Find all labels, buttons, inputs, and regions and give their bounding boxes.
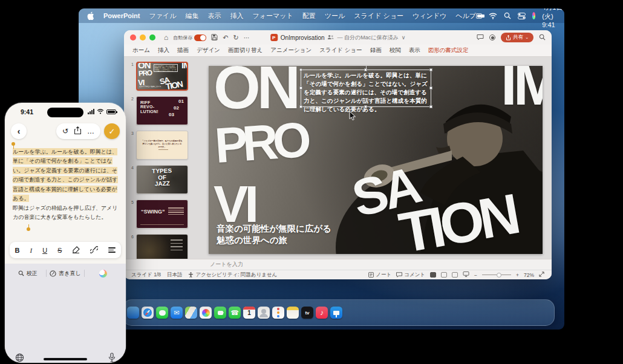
slide-thumbnail-4[interactable]: 4 TYPES OF JAZZ [126,165,203,194]
ribbon-tab[interactable]: ホーム [132,47,150,54]
selection-handle[interactable] [429,105,432,108]
slide-letter[interactable]: TION [396,192,518,254]
undo-button[interactable]: ↺ [62,127,68,135]
menu-item[interactable]: ヘルプ [455,11,476,21]
share-button[interactable]: 共有 ⌄ [501,33,533,42]
menu-item[interactable]: 編集 [186,11,199,21]
zoom-slider[interactable] [482,275,511,275]
save-status[interactable]: — 自分のMacに保存済み [338,34,399,42]
redo-button[interactable]: ↻ [233,34,238,42]
notes-toggle-button[interactable]: ノート [368,271,391,279]
thumbnail-1-preview[interactable]: ONIMPROVISATION ルールを学ぶ。ルールを破る。即興とは、単に「その… [136,62,188,91]
appletv-dock-icon[interactable]: tv [301,307,313,319]
ribbon-tab[interactable]: 画面切り替え [228,47,263,54]
slide-letter[interactable]: PRO [214,120,307,165]
fit-slide-button[interactable] [539,271,544,278]
menu-item[interactable]: ファイル [149,11,177,21]
share-icon[interactable] [74,126,81,136]
menu-app-name[interactable]: PowerPoint [103,12,140,19]
globe-key[interactable] [15,353,24,363]
reminders-dock-icon[interactable] [272,307,284,319]
ribbon-tab[interactable]: 録画 [370,47,382,54]
slide-caption[interactable]: 音楽の可能性が無限に広がる 魅惑の世界への旅 [217,223,331,247]
thumbnail-2-preview[interactable]: RIFF REVO- LUTION! 01 02 03 [136,96,188,125]
finder-dock-icon[interactable] [127,307,139,319]
slide-thumbnail-1[interactable]: 1 ONIMPROVISATION ルールを学ぶ。ルールを破る。即興とは、単に「… [126,62,203,91]
autosave-toggle[interactable]: 自動保存 [173,34,206,41]
menu-item[interactable]: フォーマット [253,11,293,21]
phone-document[interactable]: ルールを学ぶ。ルールを破る。即興とは、単に「その場で何かを創る」ことではない。ジ… [5,139,126,223]
selection-start-handle[interactable] [11,142,15,146]
dictation-mic-key[interactable] [108,353,116,363]
paragraph-text[interactable]: 即興はジャズの枠組みを押し広げ、アメリカの音楽に大きな変革をもたらした。 [13,204,118,223]
search-icon[interactable] [539,34,546,42]
selected-textbox[interactable]: ルールを学ぶ。ルールを破る。即興とは、単に「その場で何かを創る」ことではない。ジ… [301,70,431,107]
menu-item[interactable]: 表示 [208,11,221,21]
photos-dock-icon[interactable] [200,307,212,319]
language-indicator[interactable]: 日本語 [167,271,183,279]
zoom-level[interactable]: 72% [524,272,534,278]
menu-item[interactable]: 配置 [302,11,316,21]
document-title[interactable]: OnImprovisation [281,34,325,41]
ribbon-tab[interactable]: デザイン [197,47,220,54]
spotlight-search-icon[interactable] [504,12,511,19]
selection-end-handle[interactable] [27,227,30,231]
menu-item[interactable]: ツール [325,11,345,21]
zoom-slider-knob[interactable] [497,273,501,278]
thumbnail-5-preview[interactable]: “SWING” [136,200,188,229]
keynote-dock-icon[interactable] [330,307,342,319]
contacts-dock-icon[interactable] [258,307,270,319]
link-icon[interactable] [90,246,98,255]
zoom-in-button[interactable]: + [516,272,519,278]
thumbnail-6-preview[interactable] [136,234,188,259]
notes-dock-icon[interactable] [287,307,299,319]
comments-toggle-button[interactable]: コメント [396,271,425,279]
selection-handle[interactable] [299,86,302,89]
normal-view-button[interactable] [430,272,436,278]
title-chevron-icon[interactable]: ∨ [402,34,406,41]
ribbon-tab[interactable]: アニメーション [270,47,312,54]
menu-clock[interactable]: 4月1日(火) 9:41 [542,8,564,28]
rewrite-button[interactable]: 書き直し [47,270,83,278]
notes-bar[interactable]: ノートを入力 [124,259,552,270]
phone-dock-icon[interactable]: ☎ [229,307,241,319]
record-icon[interactable] [489,34,495,41]
slide-thumbnail-3[interactable]: 3 「ジャズは一種の言語だ。私たちは楽器の音を声として扱いながら、互いに話し合っ… [126,131,203,160]
highlighter-icon[interactable] [72,246,80,255]
selection-handle[interactable] [429,86,432,89]
mail-dock-icon[interactable]: ✉ [171,307,183,319]
italic-button[interactable]: I [30,247,32,254]
slide-canvas[interactable]: ONIMPROVISATION ルールを学ぶ。ルールを破る。即興とは、単に「その… [209,66,543,254]
highlighted-text[interactable]: ルールを学ぶ。ルールを破る。即興とは、単に「その場で何かを創る」ことではない。ジ… [13,148,118,202]
control-center-icon[interactable] [518,13,526,19]
maps-dock-icon[interactable] [185,307,197,319]
thumbnail-3-preview[interactable]: 「ジャズは一種の言語だ。私たちは楽器の音を声として扱いながら、互いに話し合ってい… [136,131,188,160]
selection-handle[interactable] [299,68,302,71]
home-icon[interactable]: ⌂ [164,33,168,42]
ribbon-tab[interactable]: 校閲 [390,47,401,54]
slide-thumbnail-5[interactable]: 5 “SWING” [126,200,203,229]
messages-dock-icon[interactable] [156,307,168,319]
home-indicator[interactable] [44,358,87,360]
done-check-button[interactable]: ✓ [104,123,120,139]
bold-button[interactable]: B [15,247,20,254]
list-format-icon[interactable] [108,247,116,253]
ribbon-tab[interactable]: 挿入 [158,47,169,54]
menu-item[interactable]: スライド ショー [354,11,403,21]
comments-icon[interactable] [477,34,484,42]
slide-letter[interactable]: ON [214,66,297,111]
more-commands-button[interactable]: ⋯ [244,34,250,41]
back-button[interactable]: ‹ [11,123,27,139]
music-dock-icon[interactable]: ♪ [316,307,328,319]
apple-intelligence-button[interactable] [85,270,122,278]
wifi-icon[interactable] [489,13,497,19]
zoom-window-button[interactable] [149,34,155,41]
undo-button[interactable]: ↶ [223,34,228,42]
selection-handle[interactable] [429,68,432,71]
menu-item[interactable]: 挿入 [230,11,244,21]
calendar-dock-icon[interactable]: 1 [243,307,255,319]
apple-menu-icon[interactable] [87,11,94,20]
slide-letter[interactable]: IM [501,66,543,108]
ribbon-tab[interactable]: 描画 [177,47,189,54]
siri-icon[interactable] [532,12,536,19]
